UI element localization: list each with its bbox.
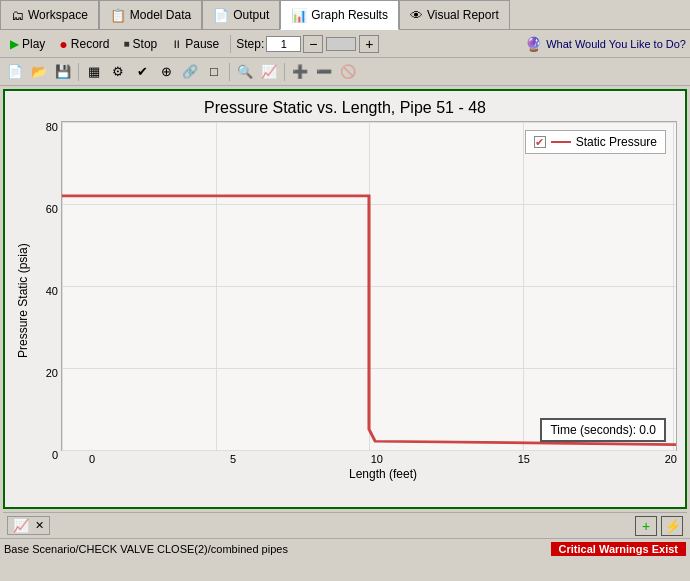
lightning-button[interactable]: ⚡ [661,516,683,536]
zoom-out-button[interactable]: − [303,35,323,53]
y-tick-40: 40 [33,285,61,297]
chart-title: Pressure Static vs. Length, Pipe 51 - 48 [13,99,677,117]
tab-visual-report-label: Visual Report [427,8,499,22]
tab-output-label: Output [233,8,269,22]
help-icon: 🔮 [525,36,542,52]
record-label: Record [71,37,110,51]
status-bar: Base Scenario/CHECK VALVE CLOSE(2)/combi… [0,538,690,558]
workspace-icon: 🗂 [11,8,24,23]
bottom-tab-actions: + ⚡ [635,516,683,536]
chart-area[interactable]: ✔ Static Pressure Time (seconds): 0.0 [61,121,677,451]
icon-toolbar: 📄 📂 💾 ▦ ⚙ ✔ ⊕ 🔗 □ 🔍 📈 ➕ ➖ 🚫 [0,58,690,86]
y-ticks: 80 60 40 20 0 [33,121,61,481]
x-tick-5: 5 [230,453,236,465]
main-toolbar: ▶ Play ● Record ■ Stop ⏸ Pause Step: − +… [0,30,690,58]
time-label: Time (seconds): 0.0 [550,423,656,437]
bottom-tab-icon: 📈 [13,518,29,533]
grid-h-0 [62,450,676,451]
tab-output[interactable]: 📄 Output [202,0,280,29]
toolbar-right: 🔮 What Would You Like to Do? [525,36,686,52]
zoom-out-icon: − [309,36,317,52]
x-axis: 0 5 10 15 20 [61,451,677,465]
play-icon: ▶ [10,37,19,51]
crosshair-btn[interactable]: ⊕ [155,61,177,83]
x-tick-15: 15 [518,453,530,465]
icon-sep-2 [229,63,230,81]
legend-checkbox[interactable]: ✔ [534,136,546,148]
status-warning: Critical Warnings Exist [551,542,686,556]
zoom-slider[interactable] [326,37,356,51]
pause-label: Pause [185,37,219,51]
graph-btn[interactable]: 📈 [258,61,280,83]
x-axis-label: Length (feet) [61,467,677,481]
tab-model-data-label: Model Data [130,8,191,22]
square-btn[interactable]: □ [203,61,225,83]
tab-graph-results[interactable]: 📊 Graph Results [280,0,399,30]
stop-label: Stop [133,37,158,51]
graph-results-icon: 📊 [291,8,307,23]
y-tick-20: 20 [33,367,61,379]
chart-panel: Pressure Static vs. Length, Pipe 51 - 48… [3,89,687,509]
bottom-tabs: 📈 ✕ + ⚡ [3,512,687,538]
save-btn[interactable]: 💾 [52,61,74,83]
legend-label: Static Pressure [576,135,657,149]
output-icon: 📄 [213,8,229,23]
bottom-tab-close[interactable]: ✕ [35,519,44,532]
y-axis-label: Pressure Static (psia) [13,121,33,481]
visual-report-icon: 👁 [410,8,423,23]
remove-btn[interactable]: ➖ [313,61,335,83]
icon-sep-1 [78,63,79,81]
add-tab-button[interactable]: + [635,516,657,536]
tab-bar: 🗂 Workspace 📋 Model Data 📄 Output 📊 Grap… [0,0,690,30]
link-btn[interactable]: 🔗 [179,61,201,83]
add-btn[interactable]: ➕ [289,61,311,83]
pause-button[interactable]: ⏸ Pause [165,34,225,54]
tab-model-data[interactable]: 📋 Model Data [99,0,202,29]
tab-graph-results-label: Graph Results [311,8,388,22]
y-tick-80: 80 [33,121,61,133]
tab-visual-report[interactable]: 👁 Visual Report [399,0,510,29]
pause-icon: ⏸ [171,38,182,50]
zoom-btn[interactable]: 🔍 [234,61,256,83]
help-text[interactable]: What Would You Like to Do? [546,38,686,50]
bottom-tab-chart[interactable]: 📈 ✕ [7,516,50,535]
icon-sep-3 [284,63,285,81]
x-tick-20: 20 [665,453,677,465]
zoom-in-icon: + [365,36,373,52]
stop-button[interactable]: ■ Stop [118,34,164,54]
chart-inner: ✔ Static Pressure Time (seconds): 0.0 0 … [61,121,677,481]
play-button[interactable]: ▶ Play [4,34,51,54]
step-label: Step: [236,37,264,51]
chart-legend: ✔ Static Pressure [525,130,666,154]
open-btn[interactable]: 📂 [28,61,50,83]
step-input[interactable] [266,36,301,52]
chart-svg [62,122,676,450]
legend-check-icon: ✔ [535,136,544,149]
tab-workspace[interactable]: 🗂 Workspace [0,0,99,29]
check-btn[interactable]: ✔ [131,61,153,83]
play-label: Play [22,37,45,51]
new-btn[interactable]: 📄 [4,61,26,83]
status-path: Base Scenario/CHECK VALVE CLOSE(2)/combi… [4,543,551,555]
pressure-line [62,196,676,445]
legend-color-line [551,141,571,143]
chart-container: Pressure Static (psia) 80 60 40 20 0 [13,121,677,481]
record-button[interactable]: ● Record [53,33,115,55]
x-tick-10: 10 [371,453,383,465]
y-tick-0: 0 [33,449,61,461]
time-box: Time (seconds): 0.0 [540,418,666,442]
y-tick-60: 60 [33,203,61,215]
properties-btn[interactable]: ⚙ [107,61,129,83]
table-btn[interactable]: ▦ [83,61,105,83]
stop-icon: ■ [124,38,130,49]
toolbar-sep-1 [230,35,231,53]
model-data-icon: 📋 [110,8,126,23]
tab-workspace-label: Workspace [28,8,88,22]
x-tick-0: 0 [89,453,95,465]
disabled-btn: 🚫 [337,61,359,83]
record-icon: ● [59,36,67,52]
zoom-in-button[interactable]: + [359,35,379,53]
